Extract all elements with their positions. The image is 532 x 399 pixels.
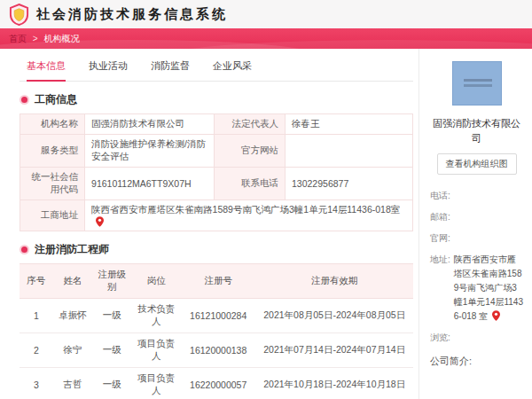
website-value [286, 135, 413, 168]
view-org-chart-button[interactable]: 查看机构组织图 [437, 153, 517, 175]
site-title: 社会消防技术服务信息系统 [36, 6, 228, 23]
sidebar-field-phone: 电话: [430, 189, 523, 203]
field-label: 法定代表人 [215, 114, 286, 135]
section-title-business: 工商信息 [20, 92, 413, 107]
sidebar-field-address: 地址: 陕西省西安市雁塔区朱雀南路1589号南飞鸿广场3幢1单元14层11436… [430, 253, 523, 324]
table-row: 工商地址 陕西省西安市雁塔区朱雀南路1589号南飞鸿广场3幢1单元14层1143… [20, 200, 413, 231]
field-label: 官方网站 [215, 135, 286, 168]
business-address-value: 陕西省西安市雁塔区朱雀南路1589号南飞鸿广场3幢1单元14层11436-018… [91, 204, 400, 215]
table-cell: 2 [20, 333, 53, 368]
table-row: 统一社会信用代码 91610112MA6TT9X07H 联系电话 1302295… [20, 168, 413, 200]
section-dot-icon [21, 97, 27, 103]
content-card: 基本信息 执业活动 消防监督 企业风采 工商信息 机构名称 固强消防技术有限公司… [0, 49, 532, 399]
address-text: 陕西省西安市雁塔区朱雀南路1589号南飞鸿广场3幢1单元14层11436-018… [454, 254, 523, 321]
table-cell: 一级 [92, 299, 131, 333]
column-header: 岗位 [132, 264, 182, 299]
sidebar-field-website: 官网: [430, 231, 523, 246]
field-label: 联系电话 [215, 168, 286, 200]
table-row: 服务类型 消防设施维护保养检测/消防安全评估 官方网站 [20, 135, 413, 168]
breadcrumb-bar: 首页 > 机构概况 [0, 28, 532, 49]
column-header: 姓名 [53, 264, 92, 299]
column-header: 序号 [20, 264, 53, 299]
table-cell: 项目负责人 [132, 368, 182, 399]
breadcrumb-separator: > [33, 34, 38, 43]
tab-basic-info[interactable]: 基本信息 [27, 59, 66, 82]
company-intro-label: 公司简介: [430, 355, 523, 368]
table-cell: 2021年10月18日-2024年10月18日 [255, 368, 413, 399]
table-cell: 徐宁 [53, 333, 92, 368]
field-label: 统一社会信用代码 [20, 168, 85, 200]
engineers-table: 序号姓名注册级别岗位注册号注册有效期 1卓振怀一级技术负责人1612100028… [20, 263, 413, 399]
field-label: 电话: [430, 189, 450, 203]
column-header: 注册级别 [92, 264, 131, 299]
table-header-row: 序号姓名注册级别岗位注册号注册有效期 [20, 264, 413, 299]
phone-value: 13022956877 [286, 168, 413, 200]
section-title-text: 工商信息 [35, 92, 77, 107]
company-name: 固强消防技术有限公司 [430, 116, 523, 145]
field-label: 地址: [430, 253, 450, 324]
field-label: 官网: [430, 231, 450, 246]
field-label: 浏览: [430, 331, 450, 345]
field-label: 服务类型 [20, 135, 85, 168]
business-info-table: 机构名称 固强消防技术有限公司 法定代表人 徐春王 服务类型 消防设施维护保养检… [20, 113, 413, 231]
sidebar-field-email: 邮箱: [430, 210, 523, 224]
shield-logo-icon [9, 4, 29, 26]
section-title-text: 注册消防工程师 [35, 242, 109, 257]
field-label: 邮箱: [430, 210, 450, 224]
table-cell: 3 [20, 368, 53, 399]
table-cell: 卓振怀 [53, 299, 92, 333]
service-type-value: 消防设施维护保养检测/消防安全评估 [85, 135, 215, 168]
table-cell: 16120000138 [181, 333, 255, 368]
column-header: 注册号 [181, 264, 255, 299]
location-pin-icon[interactable] [492, 310, 500, 321]
company-logo-image [452, 61, 502, 106]
column-header: 注册有效期 [255, 264, 413, 299]
table-cell: 一级 [92, 333, 131, 368]
table-cell: 2021年08月05日-2024年08月05日 [255, 299, 413, 333]
breadcrumb-current: 机构概况 [43, 34, 79, 43]
table-cell: 项目负责人 [132, 333, 182, 368]
business-address-cell: 陕西省西安市雁塔区朱雀南路1589号南飞鸿广场3幢1单元14层11436-018… [85, 200, 413, 231]
sidebar-field-views: 浏览: [430, 331, 523, 345]
company-sidebar: 固强消防技术有限公司 查看机构组织图 电话: 邮箱: 官网: 地址: 陕西省西安… [419, 49, 532, 399]
table-cell: 一级 [92, 368, 131, 399]
table-row: 2徐宁一级项目负责人161200001382021年07月14日-2024年07… [20, 333, 413, 368]
breadcrumb-home-link[interactable]: 首页 [9, 34, 27, 43]
table-row: 机构名称 固强消防技术有限公司 法定代表人 徐春王 [20, 114, 413, 135]
legal-rep-value: 徐春王 [286, 114, 413, 135]
table-row: 3吉哲一级项目负责人162200000572021年10月18日-2024年10… [20, 368, 413, 399]
section-dot-icon [21, 246, 27, 253]
tab-fire-supervision[interactable]: 消防监督 [151, 59, 190, 82]
breadcrumb: 首页 > 机构概况 [0, 28, 532, 49]
table-cell: 吉哲 [53, 368, 92, 399]
tab-company-showcase[interactable]: 企业风采 [213, 59, 252, 82]
page: 社会消防技术服务信息系统 首页 > 机构概况 基本信息 执业活动 消防监督 企业… [0, 0, 532, 399]
table-cell: 1 [20, 299, 53, 333]
app-header: 社会消防技术服务信息系统 [0, 0, 532, 28]
field-label: 工商地址 [20, 200, 85, 231]
table-cell: 16220000057 [181, 368, 255, 399]
tab-practice-activity[interactable]: 执业活动 [89, 59, 128, 82]
sidebar-address-value: 陕西省西安市雁塔区朱雀南路1589号南飞鸿广场3幢1单元14层11436-018… [454, 253, 523, 324]
section-title-engineers: 注册消防工程师 [20, 242, 413, 257]
table-row: 1卓振怀一级技术负责人161210002842021年08月05日-2024年0… [20, 299, 413, 333]
table-cell: 16121000284 [181, 299, 255, 333]
org-name-value: 固强消防技术有限公司 [85, 114, 215, 135]
table-cell: 技术负责人 [132, 299, 182, 333]
main-content: 基本信息 执业活动 消防监督 企业风采 工商信息 机构名称 固强消防技术有限公司… [0, 49, 419, 399]
tab-bar: 基本信息 执业活动 消防监督 企业风采 [20, 56, 413, 82]
credit-code-value: 91610112MA6TT9X07H [85, 168, 215, 200]
table-cell: 2021年07月14日-2024年07月14日 [255, 333, 413, 368]
field-label: 机构名称 [20, 114, 85, 135]
location-pin-icon[interactable] [96, 216, 104, 227]
